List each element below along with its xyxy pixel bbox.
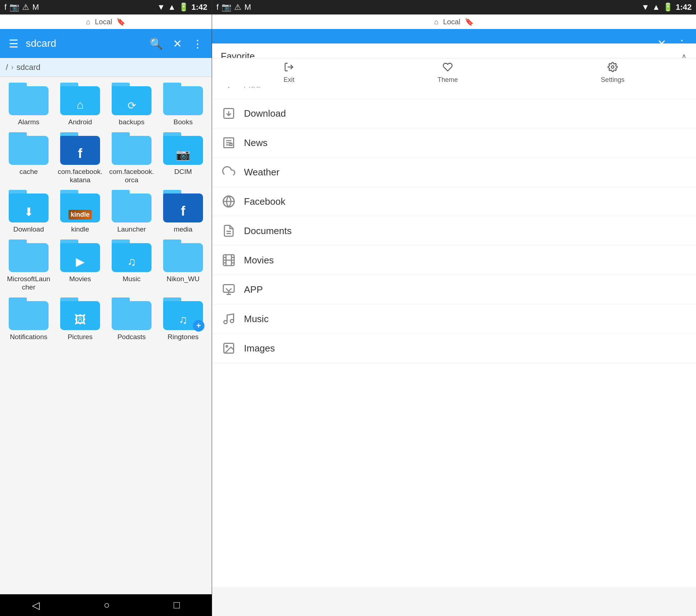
nav-settings[interactable]: Settings <box>601 62 625 84</box>
photo-icon: 📷 <box>9 3 19 12</box>
file-movies[interactable]: ▶ Movies <box>57 240 103 292</box>
file-label-media: media <box>174 225 192 234</box>
file-podcasts[interactable]: Podcasts <box>109 297 154 341</box>
file-dcim[interactable]: 📷 DCIM <box>160 132 206 184</box>
back-btn-left[interactable]: ◁ <box>32 599 40 611</box>
file-msft-launcher[interactable]: MicrosoftLauncher <box>6 240 51 292</box>
file-books[interactable]: Books <box>160 83 206 126</box>
dropdown-music-label: Music <box>244 313 269 325</box>
dropdown-documents[interactable]: Documents <box>212 216 696 246</box>
file-label-music: Music <box>123 275 141 283</box>
file-label-fb-orca: com.facebook.orca <box>109 168 154 184</box>
settings-icon <box>608 62 618 75</box>
warning-icon: ⚠ <box>22 3 29 12</box>
recents-btn-left[interactable]: □ <box>174 599 180 611</box>
file-label-notifications: Notifications <box>10 333 47 341</box>
signal-icon-right: ▲ <box>652 3 660 12</box>
file-download[interactable]: ⬇ Download <box>6 190 51 234</box>
dropdown-news[interactable]: News <box>212 128 696 158</box>
photo-icon-right: 📷 <box>221 3 231 12</box>
sys-nav-left: ◁ ○ □ <box>0 594 212 616</box>
file-grid: Alarms ⌂ Android ⟳ backups <box>0 77 212 594</box>
dropdown-download[interactable]: Download <box>212 99 696 128</box>
file-label-nikon: Nikon_WU <box>167 275 200 283</box>
file-android[interactable]: ⌂ Android <box>57 83 103 126</box>
breadcrumb: / › sdcard <box>0 58 212 77</box>
dropdown-news-label: News <box>244 137 268 149</box>
file-backups[interactable]: ⟳ backups <box>109 83 154 126</box>
file-label-pictures: Pictures <box>68 333 93 341</box>
file-launcher[interactable]: Launcher <box>109 190 154 234</box>
file-label-kindle: kindle <box>71 225 89 234</box>
file-pictures[interactable]: 🖼 Pictures <box>57 297 103 341</box>
toolbar-title: sdcard <box>26 38 142 49</box>
app-icon <box>221 282 237 297</box>
file-label-download: Download <box>13 225 44 234</box>
close-icon-left[interactable]: ✕ <box>170 34 185 53</box>
fb-icon: f <box>4 3 7 12</box>
file-media[interactable]: f media <box>160 190 206 234</box>
wifi-icon: ▼ <box>157 3 165 12</box>
file-label-msft-launcher: MicrosoftLauncher <box>6 275 51 292</box>
more-icon-left[interactable]: ⋮ <box>189 34 206 53</box>
dropdown-app-label: APP <box>244 284 263 295</box>
file-fb-orca[interactable]: com.facebook.orca <box>109 132 154 184</box>
fb-icon-right: f <box>216 3 219 12</box>
file-ringtones[interactable]: ♫ + Ringtones <box>160 297 206 341</box>
dropdown-facebook[interactable]: Facebook <box>212 187 696 216</box>
home-icon-left: ⌂ <box>86 18 91 26</box>
status-bar-left: f 📷 ⚠ M ▼ ▲ 🔋 1:42 <box>0 0 212 14</box>
file-label-cache: cache <box>20 168 38 176</box>
local-bar-right: ⌂ Local 🔖 <box>212 14 696 29</box>
documents-icon <box>221 223 237 239</box>
home-btn-left[interactable]: ○ <box>104 599 110 611</box>
favorite-dropdown: Favorite ∧ Add Download <box>212 43 696 587</box>
file-label-dcim: DCIM <box>174 168 192 176</box>
battery-icon: 🔋 <box>179 3 188 12</box>
settings-label: Settings <box>601 76 625 84</box>
file-label-movies: Movies <box>69 275 91 283</box>
file-label-podcasts: Podcasts <box>117 333 146 341</box>
file-label-fb-katana: com.facebook.katana <box>57 168 103 184</box>
hamburger-icon[interactable]: ☰ <box>6 34 21 53</box>
local-bar-left: ⌂ Local 🔖 <box>0 14 212 29</box>
search-icon[interactable]: 🔍 <box>146 34 166 53</box>
dropdown-facebook-label: Facebook <box>244 196 285 207</box>
breadcrumb-sep: › <box>11 63 13 72</box>
bookmark-icon: 🔖 <box>116 17 125 26</box>
dropdown-movies-label: Movies <box>244 255 274 266</box>
status-right-icons-right: ▼ ▲ 🔋 1:42 <box>641 3 692 12</box>
svg-point-30 <box>231 320 234 323</box>
warning-icon-right: ⚠ <box>234 3 241 12</box>
exit-icon <box>284 62 294 75</box>
file-label-books: Books <box>174 118 193 126</box>
battery-icon-right: 🔋 <box>663 3 673 12</box>
file-nikon[interactable]: Nikon_WU <box>160 240 206 292</box>
news-icon <box>221 135 237 151</box>
file-kindle[interactable]: kindle kindle <box>57 190 103 234</box>
movies-icon <box>221 252 237 268</box>
file-alarms[interactable]: Alarms <box>6 83 51 126</box>
home-icon-right: ⌂ <box>434 18 439 26</box>
file-label-ringtones: Ringtones <box>167 333 199 341</box>
nav-theme[interactable]: Theme <box>438 62 458 84</box>
dropdown-weather[interactable]: Weather <box>212 158 696 187</box>
breadcrumb-root[interactable]: / <box>6 63 8 72</box>
file-notifications[interactable]: Notifications <box>6 297 51 341</box>
breadcrumb-folder[interactable]: sdcard <box>16 63 40 72</box>
file-music[interactable]: ♫ Music <box>109 240 154 292</box>
dropdown-images[interactable]: Images <box>212 334 696 363</box>
svg-point-34 <box>612 66 614 68</box>
wifi-icon-right: ▼ <box>641 3 649 12</box>
status-icons-right: f 📷 ⚠ M <box>216 3 251 12</box>
dropdown-music[interactable]: Music <box>212 304 696 334</box>
file-fb-katana[interactable]: f com.facebook.katana <box>57 132 103 184</box>
nav-exit[interactable]: Exit <box>283 62 294 84</box>
file-cache[interactable]: cache <box>6 132 51 184</box>
signal-icon: ▲ <box>168 3 176 12</box>
dropdown-app[interactable]: APP <box>212 275 696 304</box>
theme-label: Theme <box>438 76 458 84</box>
dropdown-movies[interactable]: Movies <box>212 246 696 275</box>
local-label-right: Local <box>443 18 460 26</box>
status-icons-left: f 📷 ⚠ M <box>4 3 39 12</box>
